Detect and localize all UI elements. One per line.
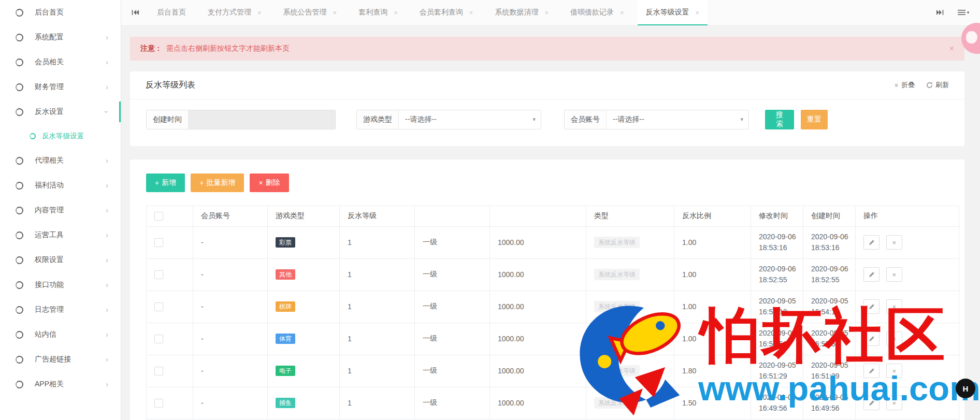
row-checkbox[interactable] bbox=[154, 399, 163, 408]
tab[interactable]: 后台首页 bbox=[149, 0, 194, 25]
row-checkbox[interactable] bbox=[154, 302, 163, 311]
delete-row-button[interactable]: × bbox=[886, 396, 902, 410]
col-level-name bbox=[415, 206, 490, 226]
delete-row-button[interactable]: × bbox=[886, 364, 902, 378]
edit-row-button[interactable] bbox=[863, 267, 880, 282]
tab[interactable]: 套利查询 × bbox=[350, 0, 406, 25]
delete-row-button[interactable]: × bbox=[886, 331, 902, 346]
game-type-select[interactable]: --请选择-- ▾ bbox=[399, 110, 541, 129]
type-badge: 系统反水等级 bbox=[594, 269, 640, 280]
close-tab-icon[interactable]: × bbox=[696, 9, 700, 16]
select-all-checkbox[interactable] bbox=[154, 212, 163, 221]
created-time: 18:52:55 bbox=[811, 274, 851, 285]
sidebar-item[interactable]: 后台首页 bbox=[0, 0, 121, 25]
delete-button[interactable]: × 删除 bbox=[250, 173, 289, 192]
sidebar-item[interactable]: 反水设置 bbox=[0, 99, 121, 124]
sidebar-item[interactable]: 会员相关 bbox=[0, 50, 121, 75]
tab[interactable]: 系统公告管理 × bbox=[275, 0, 345, 25]
add-button[interactable]: + 新增 bbox=[146, 173, 185, 192]
sidebar-item[interactable]: 代理相关 bbox=[0, 148, 121, 173]
close-tab-icon[interactable]: × bbox=[333, 9, 337, 16]
edit-row-button[interactable] bbox=[863, 299, 880, 314]
reset-button[interactable]: 重置 bbox=[801, 110, 828, 129]
collapse-button[interactable]: » 折叠 bbox=[895, 80, 915, 90]
tab[interactable]: 系统数据清理 × bbox=[486, 0, 557, 25]
menu-ring-icon bbox=[16, 207, 23, 214]
create-time-input[interactable] bbox=[189, 110, 335, 129]
tab[interactable]: 会员套利查询 × bbox=[411, 0, 482, 25]
search-button[interactable]: 搜索 bbox=[765, 110, 794, 129]
sidebar-item[interactable]: 接口功能 bbox=[0, 272, 121, 297]
row-checkbox[interactable] bbox=[154, 238, 163, 247]
chevron-icon bbox=[106, 59, 108, 66]
tab-list: 后台首页 支付方式管理 × 系统公告管理 × 套利查询 bbox=[146, 0, 929, 25]
type-badge: 系统反水等级 bbox=[594, 237, 640, 248]
sidebar-item[interactable]: 权限设置 bbox=[0, 248, 121, 272]
sidebar-item[interactable]: 系统配置 bbox=[0, 25, 121, 50]
created-time: 16:49:56 bbox=[811, 403, 851, 414]
sidebar-item[interactable]: 站内信 bbox=[0, 322, 121, 347]
sidebar-item[interactable]: APP相关 bbox=[0, 372, 121, 397]
member-account-value: --请选择-- bbox=[613, 115, 644, 124]
close-tab-icon[interactable]: × bbox=[257, 9, 262, 16]
created-date: 2020-09-05 bbox=[811, 392, 851, 403]
tab-menu-icon[interactable]: ▾ bbox=[951, 0, 976, 25]
sidebar-item-label: 福利活动 bbox=[35, 181, 64, 190]
scroll-tabs-right-icon[interactable] bbox=[929, 0, 951, 25]
sidebar-item[interactable]: 运营工具 bbox=[0, 223, 121, 248]
delete-row-button[interactable]: × bbox=[886, 267, 902, 282]
refresh-icon bbox=[926, 82, 933, 89]
edit-row-button[interactable] bbox=[863, 396, 880, 410]
menu-ring-icon bbox=[16, 306, 23, 314]
sidebar-item[interactable]: 广告超链接 bbox=[0, 347, 121, 372]
edit-row-button[interactable] bbox=[863, 331, 880, 346]
cell-ratio: 1.00 bbox=[674, 258, 751, 291]
sidebar-item[interactable]: 日志管理 bbox=[0, 297, 121, 322]
tab[interactable]: 支付方式管理 × bbox=[199, 0, 270, 25]
filter-game-type: 游戏类型 --请选择-- ▾ bbox=[356, 110, 541, 129]
tab-label: 套利查询 bbox=[358, 8, 387, 17]
col-ratio: 反水比例 bbox=[674, 206, 751, 226]
type-badge: 系统反水等级 bbox=[594, 301, 640, 312]
cell-member: - bbox=[193, 226, 268, 258]
sidebar-item[interactable]: 内容管理 bbox=[0, 198, 121, 223]
sidebar-item-label: 站内信 bbox=[35, 330, 56, 339]
scroll-tabs-left-icon[interactable] bbox=[124, 0, 146, 25]
delete-row-button[interactable]: × bbox=[886, 235, 902, 250]
game-type-value: --请选择-- bbox=[405, 115, 437, 124]
batch-add-button[interactable]: + 批量新增 bbox=[191, 173, 244, 192]
close-tab-icon[interactable]: × bbox=[469, 9, 473, 16]
delete-row-button[interactable]: × bbox=[886, 299, 902, 314]
sidebar-item[interactable]: 财务管理 bbox=[0, 75, 121, 99]
menu-ring-icon bbox=[30, 133, 36, 139]
tab-label: 支付方式管理 bbox=[208, 8, 251, 17]
delete-label: 删除 bbox=[266, 178, 280, 187]
row-checkbox[interactable] bbox=[154, 335, 163, 343]
cell-ratio: 1.00 bbox=[674, 323, 751, 355]
row-checkbox[interactable] bbox=[154, 270, 163, 279]
sidebar-item[interactable]: 反水等级设置 bbox=[0, 124, 121, 148]
row-checkbox[interactable] bbox=[154, 367, 163, 375]
menu-ring-icon bbox=[16, 182, 23, 190]
edit-row-button[interactable] bbox=[863, 235, 880, 250]
collapse-label: 折叠 bbox=[901, 80, 915, 90]
edit-row-button[interactable] bbox=[863, 364, 880, 378]
tab[interactable]: 借呗借款记录 × bbox=[562, 0, 632, 25]
refresh-button[interactable]: 刷新 bbox=[926, 80, 949, 90]
member-account-select[interactable]: --请选择-- ▾ bbox=[607, 110, 748, 129]
menu-ring-icon bbox=[16, 34, 23, 41]
cell-level-name: 一级 bbox=[415, 355, 490, 387]
menu-ring-icon bbox=[16, 108, 23, 116]
close-tab-icon[interactable]: × bbox=[620, 9, 624, 16]
create-time-label: 创建时间 bbox=[147, 110, 189, 129]
close-tab-icon[interactable]: × bbox=[394, 9, 398, 16]
tab[interactable]: 反水等级设置 × bbox=[638, 0, 708, 25]
sidebar-item[interactable]: 福利活动 bbox=[0, 173, 121, 198]
table-header-row: 会员账号 游戏类型 反水等级 类型 反水比例 修改时间 创建时间 操作 bbox=[147, 206, 959, 226]
close-tab-icon[interactable]: × bbox=[544, 9, 549, 16]
caret-down-icon: ▾ bbox=[967, 10, 970, 15]
close-notice-icon[interactable]: × bbox=[949, 44, 954, 53]
game-type-badge: 捕鱼 bbox=[276, 398, 295, 408]
pencil-icon bbox=[869, 303, 875, 310]
table-toolbar: + 新增 + 批量新增 × 删除 bbox=[146, 173, 958, 192]
